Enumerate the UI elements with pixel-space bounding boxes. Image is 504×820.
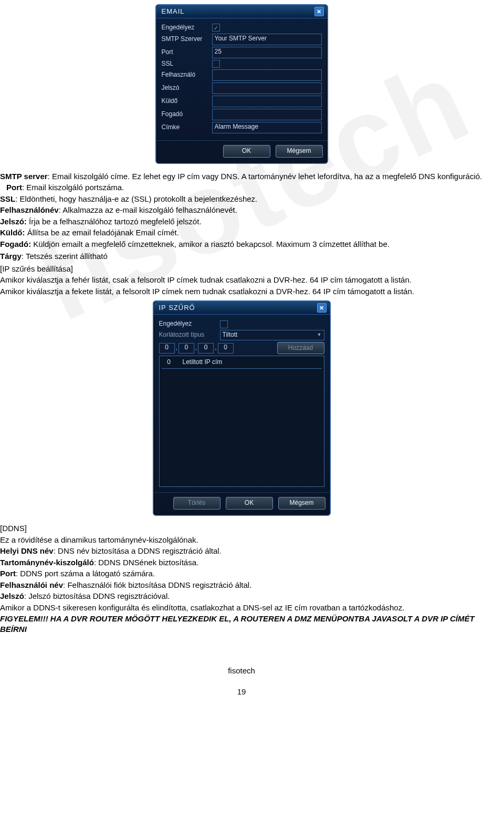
text-sender: Küldő: Állítsa be az email feladójának E… — [0, 227, 483, 238]
ok-button[interactable]: OK — [223, 145, 270, 158]
ip-seg-2[interactable]: 0 — [198, 343, 214, 354]
ddns-localname: Helyi DNS név: DNS név biztosítása a DDN… — [0, 546, 483, 556]
footer-brand: fisotech — [0, 666, 483, 676]
port-input[interactable]: 25 — [212, 47, 322, 58]
ipfilter-dialog: IP SZŰRŐ ✕ Engedélyez Korlátozott típus … — [153, 300, 331, 516]
ipfilter-dialog-title: IP SZŰRŐ — [159, 304, 195, 313]
ip-type-dropdown[interactable]: Tiltott ▼ — [220, 330, 324, 340]
ddns-desc: Ez a rövidítése a dinamikus tartománynév… — [0, 535, 483, 545]
receiver-label: Fogadó — [162, 110, 209, 119]
ddns-connect-note: Amikor a DDNS-t sikeresen konfigurálta é… — [0, 603, 483, 613]
ipfilter-heading: [IP szűrés beállítása] — [0, 264, 483, 274]
ddns-warning: FIGYELEM!!! HA A DVR ROUTER MÖGÖTT HELYE… — [0, 614, 483, 634]
ipfilter-whitelist: Amikor kiválasztja a fehér listát, csak … — [0, 275, 483, 285]
add-button[interactable]: Hozzáad — [277, 342, 324, 355]
ip-enable-label: Engedélyez — [159, 320, 217, 328]
footer-page-number: 19 — [0, 687, 483, 697]
delete-button[interactable]: Törlés — [173, 497, 220, 510]
cancel-button[interactable]: Mégsem — [276, 145, 323, 158]
user-label: Felhasználó — [162, 71, 209, 79]
ipfilter-dialog-title-bar: IP SZŰRŐ ✕ — [154, 302, 330, 315]
close-icon[interactable]: ✕ — [317, 303, 327, 313]
ip-list-header: 0 Letiltott IP cím — [162, 358, 322, 369]
cancel-button[interactable]: Mégsem — [278, 497, 326, 510]
ddns-username: Felhasználói név: Felhasználói fiók bizt… — [0, 580, 483, 590]
enable-checkbox[interactable]: ✓ — [212, 24, 220, 32]
text-smtp: SMTP server: Email kiszolgáló címe. Ez l… — [0, 171, 483, 182]
ip-seg-1[interactable]: 0 — [178, 343, 194, 354]
ipfilter-blacklist: Amikor kiválasztja a fekete listát, a fe… — [0, 286, 483, 297]
email-dialog-title-bar: EMAIL ✕ — [156, 5, 327, 18]
ip-seg-3[interactable]: 0 — [218, 343, 234, 354]
ssl-checkbox[interactable] — [212, 60, 220, 68]
email-dialog-title: EMAIL — [162, 7, 185, 16]
text-subject: Tárgy: Tetszés szerint állítható — [0, 251, 483, 262]
sender-label: Küldő — [162, 97, 209, 106]
ddns-port: Port: DDNS port száma a látogató számára… — [0, 568, 483, 579]
user-input[interactable] — [212, 69, 322, 81]
ddns-heading: [DDNS] — [0, 523, 483, 534]
ip-type-label: Korlátozott típus — [159, 331, 217, 339]
close-icon[interactable]: ✕ — [314, 7, 324, 16]
text-pass: Jelszó: Írja be a felhasználóhoz tartozó… — [0, 216, 483, 227]
ip-enable-checkbox[interactable] — [220, 320, 228, 328]
ddns-password: Jelszó: Jelszó biztosítása DDNS regisztr… — [0, 591, 483, 601]
sender-input[interactable] — [212, 96, 322, 107]
text-user: Felhasználónév: Alkalmazza az e-mail kis… — [0, 205, 483, 215]
text-receiver: Fogadó: Küldjön emailt a megfelelő címze… — [0, 239, 483, 250]
smtp-input[interactable]: Your SMTP Server — [212, 34, 322, 45]
pass-label: Jelszó — [162, 84, 209, 92]
ip-listbox[interactable]: 0 Letiltott IP cím — [159, 356, 324, 487]
ssl-label: SSL — [162, 60, 209, 68]
subject-input[interactable]: Alarm Message — [212, 122, 322, 133]
port-label: Port — [162, 48, 209, 57]
ddns-server: Tartománynév-kiszolgáló: DDNS DNSének bi… — [0, 557, 483, 568]
pass-input[interactable] — [212, 82, 322, 94]
text-ssl: SSL: Eldöntheti, hogy használja-e az (SS… — [0, 194, 483, 204]
text-port: Port: Email kiszolgáló portszáma. — [0, 182, 483, 193]
ip-seg-0[interactable]: 0 — [159, 343, 175, 354]
enable-label: Engedélyez — [162, 24, 209, 32]
email-dialog: EMAIL ✕ Engedélyez ✓ SMTP Szerver Your S… — [155, 4, 328, 164]
ok-button[interactable]: OK — [226, 497, 273, 510]
ip-entry[interactable]: 0. 0. 0. 0 — [159, 343, 234, 354]
subject-label: Címke — [162, 123, 209, 132]
chevron-down-icon: ▼ — [317, 332, 322, 338]
receiver-input[interactable] — [212, 109, 322, 120]
smtp-label: SMTP Szerver — [162, 35, 209, 44]
